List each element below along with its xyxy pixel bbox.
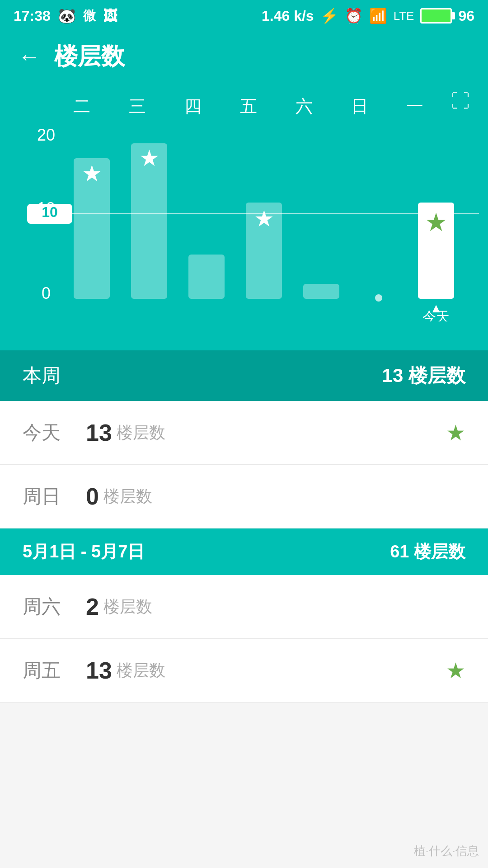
today-star-icon: ★ xyxy=(446,420,465,445)
expand-icon[interactable]: ⛶ xyxy=(451,90,470,112)
battery-icon xyxy=(420,8,452,24)
day-label-五: 五 xyxy=(240,95,257,118)
status-right: 1.46 k/s ⚡ ⏰ 📶 LTE 96 xyxy=(262,7,474,24)
svg-text:★: ★ xyxy=(425,208,447,236)
signal-icon: 📶 xyxy=(369,7,387,24)
svg-text:★: ★ xyxy=(82,161,102,186)
lte-label: LTE xyxy=(394,9,414,23)
chart-container: ⛶ 二 三 四 五 六 日 一 20 10 0 10 ★ xyxy=(0,81,488,350)
page-title: 楼层数 xyxy=(54,41,125,72)
time: 17:38 xyxy=(14,8,51,24)
svg-text:20: 20 xyxy=(37,127,55,144)
svg-text:0: 0 xyxy=(42,284,51,302)
header: ← 楼层数 xyxy=(0,32,488,81)
alarm-icon: ⏰ xyxy=(345,7,363,24)
day-label-日: 日 xyxy=(351,95,368,118)
day-label-六: 六 xyxy=(296,95,313,118)
friday-star-icon: ★ xyxy=(446,658,465,683)
saturday-list-item: 周六 2 楼层数 xyxy=(0,575,488,639)
week-range-label: 5月1日 - 5月7日 xyxy=(23,540,145,563)
sunday-day-label: 周日 xyxy=(23,484,86,509)
chart-area: 20 10 0 10 ★ ★ ★ xyxy=(18,123,470,350)
sunday-list-item: 周日 0 楼层数 xyxy=(0,465,488,528)
network-speed: 1.46 k/s xyxy=(262,8,314,24)
svg-rect-13 xyxy=(303,284,339,299)
saturday-day-label: 周六 xyxy=(23,594,86,619)
today-value: 13 xyxy=(86,419,112,446)
status-bar: 17:38 🐼 微 🖼 1.46 k/s ⚡ ⏰ 📶 LTE 96 xyxy=(0,0,488,32)
today-unit: 楼层数 xyxy=(117,422,165,444)
panda-icon: 🐼 xyxy=(58,7,76,24)
summary-bar: 本周 13 楼层数 xyxy=(0,350,488,401)
summary-value-label: 13 楼层数 xyxy=(382,363,465,388)
day-labels: 二 三 四 五 六 日 一 xyxy=(18,90,470,123)
day-label-四: 四 xyxy=(184,95,202,118)
friday-list-item: 周五 13 楼层数 ★ xyxy=(0,639,488,703)
friday-unit: 楼层数 xyxy=(117,660,165,682)
status-left: 17:38 🐼 微 🖼 xyxy=(14,7,117,24)
svg-point-14 xyxy=(375,294,382,302)
week-total-label: 61 楼层数 xyxy=(390,540,465,563)
svg-text:★: ★ xyxy=(254,206,274,231)
today-day-label: 今天 xyxy=(23,420,86,445)
sunday-value: 0 xyxy=(86,483,99,510)
svg-text:10: 10 xyxy=(42,204,58,220)
friday-value: 13 xyxy=(86,657,112,684)
svg-rect-10 xyxy=(188,255,225,299)
weibo-icon: 微 xyxy=(83,7,96,24)
saturday-unit: 楼层数 xyxy=(103,596,152,618)
back-button[interactable]: ← xyxy=(18,43,41,70)
svg-text:今天: 今天 xyxy=(422,309,450,321)
summary-period-label: 本周 xyxy=(23,363,61,388)
bluetooth-icon: ⚡ xyxy=(320,7,338,24)
day-label-三: 三 xyxy=(129,95,146,118)
sunday-unit: 楼层数 xyxy=(103,486,152,508)
svg-text:★: ★ xyxy=(139,146,160,171)
watermark: 植·什么·信息 xyxy=(414,843,479,859)
image-icon: 🖼 xyxy=(103,8,117,24)
day-label-二: 二 xyxy=(73,95,90,118)
week-section-header: 5月1日 - 5月7日 61 楼层数 xyxy=(0,528,488,575)
saturday-value: 2 xyxy=(86,593,99,620)
friday-day-label: 周五 xyxy=(23,658,86,683)
battery-percent: 96 xyxy=(458,8,474,24)
day-label-一: 一 xyxy=(406,95,423,118)
today-list-item: 今天 13 楼层数 ★ xyxy=(0,401,488,465)
